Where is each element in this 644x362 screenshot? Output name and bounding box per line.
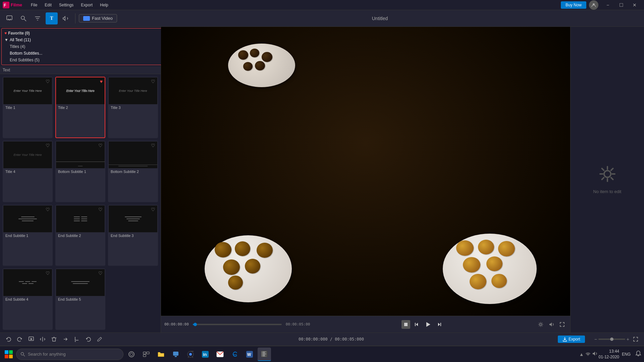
rotate-button[interactable] <box>83 334 93 344</box>
taskbar-clock[interactable]: 13:44 01-12-2020 <box>599 349 619 360</box>
template-card-title1[interactable]: ♡ Enter Your Title Here Title 1 <box>3 77 53 138</box>
template-card-end-subtitle2[interactable]: ♡ <box>55 205 105 266</box>
cortana-button[interactable] <box>125 348 138 361</box>
zoom-in-button[interactable]: + <box>627 337 629 342</box>
template-card-title2[interactable]: ♥ Enter Your Title Here Title 2 <box>55 77 105 138</box>
svg-line-5 <box>24 19 26 21</box>
favorite-heart-end-subtitle2[interactable]: ♡ <box>98 207 103 212</box>
audio-button[interactable] <box>60 12 72 24</box>
svg-rect-38 <box>265 355 266 357</box>
redo-button[interactable] <box>15 334 25 344</box>
menu-settings[interactable]: Settings <box>56 2 77 8</box>
step-forward-button[interactable] <box>434 319 444 329</box>
favorite-heart-title2[interactable]: ♥ <box>100 79 103 84</box>
taskbar-search-bar[interactable]: Search for anything <box>16 349 123 360</box>
undo-button[interactable] <box>3 334 13 344</box>
minimize-button[interactable]: − <box>601 0 614 10</box>
linkedin-button[interactable]: in <box>199 348 212 361</box>
delete-button[interactable] <box>49 334 59 344</box>
filme-taskbar-button[interactable] <box>258 348 271 361</box>
app-name-label: Filme <box>11 2 22 7</box>
taskbar-app-button[interactable] <box>169 348 182 361</box>
svg-point-27 <box>189 353 192 356</box>
chevron-up-icon[interactable]: ▲ <box>579 352 584 357</box>
filter-button[interactable] <box>32 12 44 24</box>
text-tool-button[interactable]: T <box>46 12 58 24</box>
menu-help[interactable]: Help <box>97 2 112 8</box>
all-text-category[interactable]: ▼ All Text (11) <box>2 37 162 43</box>
favorite-heart-title1[interactable]: ♡ <box>46 79 50 84</box>
user-icon[interactable] <box>589 0 598 10</box>
volume-icon[interactable] <box>547 320 556 329</box>
cookie5 <box>255 61 265 70</box>
word-button[interactable]: W <box>243 348 256 361</box>
start-button[interactable] <box>3 348 15 360</box>
network-wifi-icon <box>585 351 591 356</box>
favorite-category[interactable]: ♥ Favorite (0) <box>2 30 162 37</box>
export-button[interactable]: Export <box>558 336 585 343</box>
close-button[interactable]: ✕ <box>628 0 641 10</box>
template-card-end-subtitle4[interactable]: ♡ End Subtitle 4 <box>3 268 53 330</box>
template-card-end-subtitle3[interactable]: ♡ End Subtitle 3 <box>108 205 158 266</box>
svg-point-17 <box>21 352 24 355</box>
edge-button[interactable] <box>228 348 241 361</box>
video-progress-bar[interactable] <box>193 324 282 325</box>
template-card-title3[interactable]: ♡ Enter Your Title Here Title 3 <box>108 77 158 138</box>
settings-icon[interactable] <box>536 320 545 329</box>
menu-edit[interactable]: Edit <box>41 2 55 8</box>
zoom-button[interactable] <box>17 12 30 24</box>
stop-button[interactable] <box>401 320 410 329</box>
move-right-button[interactable] <box>60 334 70 344</box>
end-subtitles-category[interactable]: End Subtitles (5) <box>2 57 162 63</box>
titles-category[interactable]: Titles (4) <box>2 43 162 50</box>
ridge-cookie3 <box>498 241 515 256</box>
favorite-heart-title3[interactable]: ♡ <box>151 79 155 84</box>
step-back-button[interactable] <box>412 319 422 329</box>
template-card-bottom-subtitle2[interactable]: ♡ Bottom Subtitle 2 <box>108 141 158 202</box>
fast-video-button[interactable]: Fast Video <box>79 14 117 22</box>
play-button[interactable] <box>423 319 433 329</box>
language-indicator[interactable]: ENG <box>622 352 631 357</box>
fullscreen-icon[interactable] <box>557 320 567 329</box>
template-card-end-subtitle1[interactable]: ♡ End Subtitle 1 <box>3 205 53 266</box>
gmail-button[interactable] <box>213 348 227 361</box>
bottom-subtitles-category[interactable]: Bottom Subtitles... <box>2 50 162 57</box>
favorite-heart-end-subtitle5[interactable]: ♡ <box>98 270 103 276</box>
end-subtitle5-lines <box>61 281 100 284</box>
network-icon[interactable] <box>585 351 591 357</box>
svg-rect-35 <box>263 351 265 357</box>
svg-point-13 <box>604 171 611 177</box>
import-icon <box>6 15 12 21</box>
volume-speaker-icon <box>549 322 554 327</box>
template-thumb-end-subtitle1: ♡ <box>3 205 52 232</box>
template-card-end-subtitle5[interactable]: ♡ End Subtitle 5 <box>55 268 105 330</box>
fit-to-window-button[interactable] <box>631 334 641 344</box>
favorite-heart-title4[interactable]: ♡ <box>46 143 50 148</box>
favorite-heart-end-subtitle1[interactable]: ♡ <box>46 207 50 212</box>
crop-button[interactable] <box>72 334 82 344</box>
zoom-slider[interactable] <box>598 339 625 340</box>
file-explorer-button[interactable] <box>154 348 168 361</box>
favorite-heart-bottom-subtitle2[interactable]: ♡ <box>151 143 155 148</box>
edit-pen-button[interactable] <box>95 334 105 344</box>
svg-rect-36 <box>265 351 266 353</box>
menu-export[interactable]: Export <box>77 2 96 8</box>
zoom-out-button[interactable]: − <box>594 337 597 342</box>
import-media-button[interactable] <box>26 334 36 344</box>
task-view-button[interactable] <box>140 348 153 361</box>
play-icon <box>425 321 431 327</box>
favorite-heart-bottom-subtitle1[interactable]: ♡ <box>98 143 103 148</box>
svg-marker-10 <box>438 323 440 326</box>
buy-now-button[interactable]: Buy Now <box>561 1 586 9</box>
template-card-bottom-subtitle1[interactable]: ♡ ___ Bottom Subtitle 1 <box>55 141 105 202</box>
split-button[interactable] <box>38 334 48 344</box>
template-card-title4[interactable]: ♡ Enter Your Title Here Title 4 <box>3 141 53 202</box>
favorite-heart-end-subtitle4[interactable]: ♡ <box>46 270 50 276</box>
favorite-heart-end-subtitle3[interactable]: ♡ <box>151 207 155 212</box>
import-button[interactable] <box>3 12 15 24</box>
volume-tray-icon[interactable] <box>592 351 597 357</box>
notification-icon[interactable] <box>635 350 641 358</box>
maximize-button[interactable]: ☐ <box>614 0 628 10</box>
chrome-button[interactable] <box>184 348 197 361</box>
menu-file[interactable]: File <box>28 2 41 8</box>
